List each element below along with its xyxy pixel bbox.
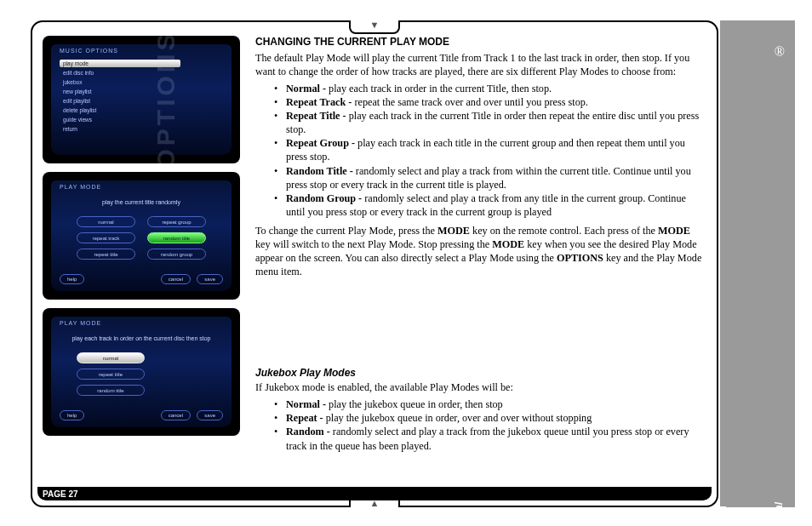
shot1-header: MUSIC OPTIONS [60, 48, 118, 54]
shot3-subtitle: play each track in order on the current … [51, 335, 232, 341]
section1-heading: CHANGING THE CURRENT PLAY MODE [255, 36, 706, 49]
page-number: PAGE 27 [43, 489, 78, 499]
page-frame: ▼ ▲ MUSIC OPTIONS OPTIONS play mode edit… [31, 20, 718, 507]
shot2-header: PLAY MODE [60, 184, 101, 190]
shot2-subtitle: play the current title randomly [51, 199, 232, 205]
pill: random group [147, 249, 206, 260]
pill: repeat title [77, 369, 145, 380]
screenshot-play-mode-grid: PLAY MODE play the current title randoml… [43, 172, 240, 300]
list-item: return [60, 125, 180, 133]
shot3-pillcol: normal repeat title random title [77, 352, 145, 396]
list-item: delete playlist [60, 106, 180, 114]
pill-selected: random title [147, 232, 206, 243]
bullet-item: •Repeat Title - play each track in the c… [255, 109, 706, 136]
top-notch: ▼ [349, 20, 400, 34]
list-item: jukebox [60, 78, 180, 86]
brand-strip: ® ESCIENT FireBall™ FP-1 User's Manual [720, 20, 795, 507]
screenshot-jukebox-play-mode: PLAY MODE play each track in order on th… [43, 308, 240, 436]
shot2-pillgrid: normal repeat group repeat track random … [77, 216, 206, 260]
help-button: help [60, 410, 84, 420]
bullet-item: •Random Title - randomly select and play… [255, 164, 706, 192]
section2-intro: If Jukebox mode is enabled, the availabl… [255, 380, 706, 394]
bullet-item: •Repeat Group - play each track in each … [255, 136, 706, 163]
save-button: save [197, 274, 223, 284]
text-column: CHANGING THE CURRENT PLAY MODE The defau… [255, 36, 706, 482]
bullet-item: •Repeat - play the jukebox queue in orde… [255, 411, 706, 425]
screenshot-music-options: MUSIC OPTIONS OPTIONS play mode edit dis… [43, 36, 240, 163]
thumbnail-column: MUSIC OPTIONS OPTIONS play mode edit dis… [43, 36, 240, 482]
list-item: guide views [60, 116, 180, 123]
pill: repeat track [77, 232, 135, 243]
section1-bullets: •Normal - play each track in order in th… [255, 82, 706, 219]
content-area: MUSIC OPTIONS OPTIONS play mode edit dis… [43, 36, 706, 482]
list-item: edit disc info [60, 69, 180, 77]
cancel-button: cancel [161, 410, 191, 420]
save-button: save [197, 410, 223, 420]
section2-heading: Jukebox Play Modes [255, 367, 706, 380]
shot3-header: PLAY MODE [60, 320, 101, 326]
list-item: edit playlist [60, 97, 180, 105]
pill: normal [77, 216, 135, 227]
section1-para2: To change the current Play Mode, press t… [255, 224, 706, 278]
bullet-item: •Normal - play the jukebox queue in orde… [255, 397, 706, 411]
section2-bullets: •Normal - play the jukebox queue in orde… [255, 397, 706, 452]
cancel-button: cancel [161, 274, 191, 284]
pill: repeat title [77, 249, 135, 260]
list-item: new playlist [60, 88, 180, 95]
bullet-item: •Random - randomly select and play a tra… [255, 425, 706, 452]
bullet-item: •Random Group - randomly select and play… [255, 192, 706, 219]
bullet-item: •Normal - play each track in order in th… [255, 82, 706, 95]
page-number-bar: PAGE 27 [37, 487, 712, 500]
registered-mark: ® [775, 44, 785, 60]
pill: repeat group [147, 216, 206, 227]
brand-name: ESCIENT [720, 502, 763, 507]
section1-intro: The default Play Mode will play the curr… [255, 51, 706, 78]
pill-selected: normal [77, 352, 145, 363]
bullet-item: •Repeat Track - repeat the same track ov… [255, 95, 706, 109]
help-button: help [60, 274, 84, 284]
brand-subtitle: FireBall™ FP-1 User's Manual [773, 502, 785, 507]
shot1-menu: play mode edit disc info jukebox new pla… [60, 60, 180, 133]
pill: random title [77, 385, 145, 396]
list-item: play mode [60, 60, 180, 67]
